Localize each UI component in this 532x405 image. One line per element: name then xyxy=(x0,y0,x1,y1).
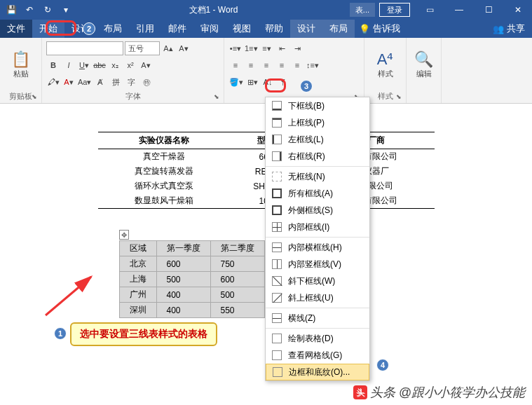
menu-item-right[interactable]: 右框线(R) xyxy=(266,148,369,165)
tab-help[interactable]: 帮助 xyxy=(258,20,290,38)
share-button[interactable]: 👥共享 xyxy=(486,22,532,35)
undo-button[interactable]: ↶ xyxy=(21,1,38,18)
menu-item-diagdown[interactable]: 斜下框线(W) xyxy=(266,273,369,289)
shading-button[interactable]: 🪣▾ xyxy=(229,75,244,89)
window-title: 文档1 - Word xyxy=(77,4,350,16)
numbering-button[interactable]: 1≡▾ xyxy=(244,41,259,55)
align-center-button[interactable]: ≡ xyxy=(244,58,258,72)
tab-references[interactable]: 引用 xyxy=(129,20,161,38)
menu-item-grid[interactable]: 查看网格线(G) xyxy=(266,347,369,364)
show-marks-button[interactable]: ¶ xyxy=(276,75,290,89)
italic-button[interactable]: I xyxy=(62,58,76,72)
ribbon-display-button[interactable]: ▭ xyxy=(416,0,444,20)
login-button[interactable]: 登录 xyxy=(379,3,410,17)
bold-button[interactable]: B xyxy=(46,58,60,72)
distributed-button[interactable]: ≡ xyxy=(290,58,304,72)
redo-button[interactable]: ↻ xyxy=(39,1,56,18)
align-left-button[interactable]: ≡ xyxy=(229,58,243,72)
group-styles: A⁴ 样式 样式 ⬊ xyxy=(364,38,407,103)
align-right-button[interactable]: ≡ xyxy=(259,58,273,72)
ribbon: 📋 粘贴 剪贴板 ⬊ 五号 A▴ A▾ B I U▾ abc x₂ x² A▾ xyxy=(0,38,532,104)
menu-item-dialog[interactable]: 边框和底纹(O)... xyxy=(266,364,369,380)
tab-table-layout[interactable]: 布局 xyxy=(322,20,355,38)
qat-customize[interactable]: ▾ xyxy=(57,1,74,18)
menu-item-hinside[interactable]: 内部横框线(H) xyxy=(266,239,369,256)
menu-item-draw[interactable]: 绘制表格(D) xyxy=(266,330,369,347)
save-button[interactable]: 💾 xyxy=(3,1,20,18)
close-button[interactable]: ✕ xyxy=(504,0,532,20)
menu-item-diagup[interactable]: 斜上框线(U) xyxy=(266,289,369,306)
bullets-button[interactable]: •≡▾ xyxy=(229,41,243,55)
highlight-button[interactable]: 🖍▾ xyxy=(46,75,60,89)
table-cell[interactable]: 600 xyxy=(210,272,264,287)
menu-item-label: 横线(Z) xyxy=(288,313,315,324)
menu-item-top[interactable]: 上框线(P) xyxy=(266,114,369,131)
tab-layout[interactable]: 布局 xyxy=(97,20,129,38)
tab-home[interactable]: 开始 xyxy=(32,20,64,38)
table-header[interactable]: 区域 xyxy=(119,241,156,256)
tab-view[interactable]: 视图 xyxy=(226,20,258,38)
table-cell[interactable]: 750 xyxy=(210,256,264,272)
menu-item-hline[interactable]: 横线(Z) xyxy=(266,310,369,327)
maximize-button[interactable]: ☐ xyxy=(475,0,503,20)
minimize-button[interactable]: — xyxy=(445,0,473,20)
table-cell[interactable]: 400 xyxy=(156,303,210,318)
clear-format-button[interactable]: A̸ xyxy=(93,75,107,89)
shrink-font-button[interactable]: A▾ xyxy=(177,41,191,55)
sort-button[interactable]: A↓ xyxy=(261,75,275,89)
decrease-indent-button[interactable]: ⇤ xyxy=(275,41,289,55)
font-launcher[interactable]: ⬊ xyxy=(214,93,222,102)
increase-indent-button[interactable]: ⇥ xyxy=(291,41,305,55)
menu-item-vinside[interactable]: 内部竖框线(V) xyxy=(266,256,369,273)
menu-item-outside[interactable]: 外侧框线(S) xyxy=(266,202,369,219)
font-name-combo[interactable] xyxy=(46,41,123,55)
underline-button[interactable]: U▾ xyxy=(77,58,91,72)
styles-launcher[interactable]: ⬊ xyxy=(396,93,404,102)
enclosed-char-button[interactable]: ㊕ xyxy=(139,75,154,89)
table-cell[interactable]: 深圳 xyxy=(119,303,156,318)
tab-table-design[interactable]: 设计 xyxy=(290,20,322,38)
menu-item-bottom[interactable]: 下框线(B) xyxy=(266,97,369,114)
multilevel-button[interactable]: ≡▾ xyxy=(260,41,274,55)
callout-box: 选中要设置三线表样式的表格 xyxy=(70,322,217,346)
text-effects-button[interactable]: A▾ xyxy=(139,58,153,72)
menu-item-none[interactable]: 无框线(N) xyxy=(266,168,369,185)
table-cell[interactable]: 500 xyxy=(156,272,210,287)
char-border-button[interactable]: 字 xyxy=(124,75,138,89)
table-cell[interactable]: 550 xyxy=(210,303,264,318)
justify-button[interactable]: ≡ xyxy=(275,58,289,72)
table-move-handle[interactable]: ✥ xyxy=(119,230,129,240)
table-header[interactable]: 第二季度 xyxy=(210,241,264,256)
table-header[interactable]: 第一季度 xyxy=(156,241,210,256)
menu-item-left[interactable]: 左框线(L) xyxy=(266,131,369,148)
superscript-button[interactable]: x² xyxy=(123,58,137,72)
tab-review[interactable]: 审阅 xyxy=(193,20,226,38)
font-color-button[interactable]: A▾ xyxy=(62,75,76,89)
clipboard-launcher[interactable]: ⬊ xyxy=(32,93,40,102)
watermark: 头 头条 @跟小小筱学办公技能 xyxy=(353,384,525,401)
tell-me[interactable]: 💡告诉我 xyxy=(359,22,400,35)
table-cell[interactable]: 400 xyxy=(156,287,210,303)
menu-item-inside[interactable]: 内部框线(I) xyxy=(266,219,369,235)
paste-button[interactable]: 📋 粘贴 xyxy=(4,39,37,90)
borders-dropdown: 下框线(B)上框线(P)左框线(L)右框线(R)无框线(N)所有框线(A)外侧框… xyxy=(265,97,370,381)
table-cell[interactable]: 500 xyxy=(210,287,264,303)
table-cell[interactable]: 北京 xyxy=(119,256,156,272)
grow-font-button[interactable]: A▴ xyxy=(161,41,175,55)
change-case-button[interactable]: Aa▾ xyxy=(77,75,92,89)
font-size-combo[interactable]: 五号 xyxy=(125,41,160,55)
editing-button[interactable]: 🔍 编辑 xyxy=(411,39,437,90)
phonetic-button[interactable]: 拼 xyxy=(109,75,123,89)
group-paragraph: •≡▾ 1≡▾ ≡▾ ⇤ ⇥ ≡ ≡ ≡ ≡ ≡ ↕≡▾ 🪣▾ ⊞▾ A↓ ¶ … xyxy=(224,38,364,103)
menu-item-all[interactable]: 所有框线(A) xyxy=(266,185,369,202)
table-cell[interactable]: 600 xyxy=(156,256,210,272)
table-cell[interactable]: 上海 xyxy=(119,272,156,287)
strike-button[interactable]: abc xyxy=(93,58,107,72)
line-spacing-button[interactable]: ↕≡▾ xyxy=(306,58,320,72)
styles-button[interactable]: A⁴ 样式 xyxy=(369,39,402,90)
table-cell[interactable]: 广州 xyxy=(119,287,156,303)
borders-button[interactable]: ⊞▾ xyxy=(245,75,259,89)
subscript-button[interactable]: x₂ xyxy=(108,58,122,72)
tab-file[interactable]: 文件 xyxy=(0,20,32,38)
tab-mailings[interactable]: 邮件 xyxy=(161,20,193,38)
